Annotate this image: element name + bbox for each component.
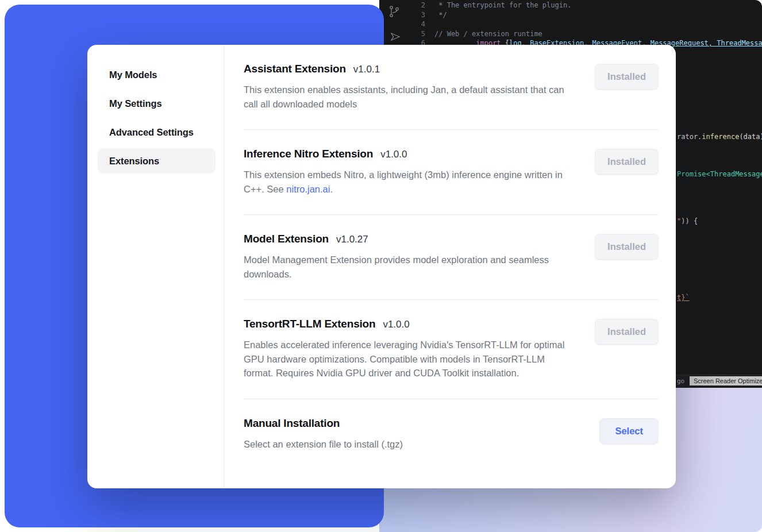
extension-version: v1.0.27	[336, 234, 368, 245]
installed-button[interactable]: Installed	[595, 319, 659, 345]
line-number: 2	[379, 1, 425, 10]
code-function: inference	[702, 133, 739, 141]
extension-name: Assistant Extension	[244, 63, 346, 75]
sidebar-item-extensions[interactable]: Extensions	[98, 148, 215, 174]
code-fragment: Promise<ThreadMessage>	[677, 170, 762, 178]
code-line: 4	[379, 20, 762, 29]
extension-version: v1.0.1	[353, 64, 380, 75]
code-fragment: ")) {	[677, 217, 698, 225]
settings-sidebar: My Models My Settings Advanced Settings …	[87, 45, 224, 488]
screen: 2 * The entrypoint for the plugin. 3 */ …	[0, 0, 762, 532]
line-number: 4	[379, 20, 425, 29]
extension-description: This extension enables assistants, inclu…	[244, 83, 574, 111]
sidebar-item-my-models[interactable]: My Models	[98, 62, 215, 87]
extension-row-nitro: Inference Nitro Extension v1.0.0 This ex…	[244, 130, 659, 215]
extension-name: Inference Nitro Extension	[244, 148, 373, 160]
code-text: (data));	[739, 133, 762, 141]
line-number: 3	[379, 10, 425, 20]
manual-installation-row: Manual Installation Select an extension …	[244, 399, 659, 470]
manual-installation-title: Manual Installation	[244, 417, 340, 430]
code-string: t}`	[677, 294, 690, 302]
extension-description: Enables accelerated inference leveraging…	[244, 338, 574, 380]
extension-row-tensorrt: TensortRT-LLM Extension v1.0.0 Enables a…	[244, 300, 659, 399]
status-text: go	[677, 377, 684, 385]
extension-version: v1.0.0	[380, 149, 407, 160]
code-line: 2 * The entrypoint for the plugin.	[379, 1, 762, 10]
extension-version: v1.0.0	[383, 319, 409, 330]
code-type: Promise<ThreadMessage>	[677, 170, 762, 178]
manual-installation-description: Select an extension file to install (.tg…	[244, 437, 403, 452]
code-line: 3 */	[379, 10, 762, 20]
extension-info: Manual Installation Select an extension …	[244, 417, 403, 452]
code-lines: 2 * The entrypoint for the plugin. 3 */ …	[379, 1, 762, 48]
installed-button[interactable]: Installed	[595, 149, 659, 175]
code-fragment: rator.inference(data));	[677, 133, 762, 141]
installed-button[interactable]: Installed	[595, 234, 659, 260]
select-file-button[interactable]: Select	[599, 418, 659, 444]
nitro-link[interactable]: nitro.jan.ai	[286, 184, 330, 194]
extension-info: Model Extension v1.0.27 Model Management…	[244, 233, 574, 281]
installed-button[interactable]: Installed	[595, 64, 659, 90]
extension-name: TensortRT-LLM Extension	[244, 318, 375, 330]
code-fragment: t}`	[677, 294, 690, 302]
extension-info: Inference Nitro Extension v1.0.0 This ex…	[244, 148, 574, 196]
sidebar-item-my-settings[interactable]: My Settings	[98, 91, 215, 116]
extension-row-assistant: Assistant Extension v1.0.1 This extensio…	[244, 45, 659, 130]
settings-modal: My Models My Settings Advanced Settings …	[87, 45, 676, 488]
screen-reader-status-chip[interactable]: Screen Reader Optimized	[690, 376, 762, 385]
line-number: 5	[379, 29, 425, 39]
code-text: rator.	[677, 133, 702, 141]
extension-row-model: Model Extension v1.0.27 Model Management…	[244, 215, 659, 300]
extensions-panel: Assistant Extension v1.0.1 This extensio…	[224, 45, 676, 488]
extension-description: This extension embeds Nitro, a lightweig…	[244, 168, 574, 196]
extension-info: Assistant Extension v1.0.1 This extensio…	[244, 63, 574, 111]
sidebar-item-advanced-settings[interactable]: Advanced Settings	[98, 119, 215, 145]
extension-description: Model Management Extension provides mode…	[244, 253, 574, 281]
extension-info: TensortRT-LLM Extension v1.0.0 Enables a…	[244, 318, 574, 380]
description-text: .	[330, 184, 333, 194]
extension-name: Model Extension	[244, 233, 329, 245]
code-text: */	[434, 11, 447, 19]
code-text: * The entrypoint for the plugin.	[434, 1, 571, 9]
code-text: )) {	[681, 217, 698, 225]
